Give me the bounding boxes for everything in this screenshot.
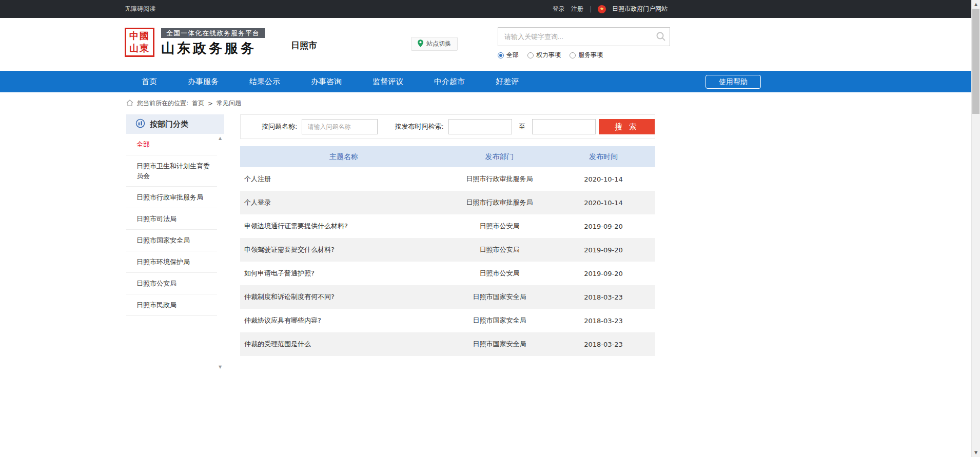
breadcrumb-current: 常见问题 — [217, 99, 241, 108]
cell-topic[interactable]: 申领驾驶证需要提交什么材料? — [240, 238, 447, 262]
department-sidebar: 按部门分类 全部 日照市卫生和计划生育委员会 日照市行政审批服务局 日照市司法局… — [126, 114, 224, 374]
cell-date: 2019-09-20 — [552, 262, 655, 285]
register-link[interactable]: 注册 — [571, 5, 583, 13]
sidebar-item-admin-approval[interactable]: 日照市行政审批服务局 — [126, 187, 217, 208]
cell-department: 日照市行政审批服务局 — [447, 167, 552, 191]
cell-department: 日照市公安局 — [447, 238, 552, 262]
cell-date: 2018-03-23 — [552, 332, 655, 356]
scrollbar-thumb[interactable] — [972, 9, 979, 114]
filter-search-button[interactable]: 搜 索 — [599, 119, 655, 134]
sidebar-item-public-security[interactable]: 日照市公安局 — [126, 273, 217, 294]
cell-date: 2019-09-20 — [552, 214, 655, 238]
cell-topic[interactable]: 个人注册 — [240, 167, 447, 191]
topbar-account-area: 登录 注册 | ★ 日照市政府门户网站 — [553, 5, 668, 13]
cell-department: 日照市国家安全局 — [447, 332, 552, 356]
date-to-input[interactable] — [532, 119, 596, 134]
radio-dot — [498, 52, 504, 58]
keyword-search-input[interactable] — [498, 27, 670, 46]
question-name-input[interactable] — [302, 119, 378, 134]
question-filter-panel: 按问题名称: 按发布时间检索: 至 搜 索 — [240, 114, 655, 139]
top-utility-bar: 无障碍阅读 登录 注册 | ★ 日照市政府门户网站 — [0, 0, 980, 18]
site-logo[interactable]: 中國山東 全国一体化在线政务服务平台 山东政务服务 — [125, 28, 265, 57]
sidebar-item-all[interactable]: 全部 — [126, 134, 217, 155]
site-switch-button[interactable]: 站点切换 — [411, 37, 458, 51]
header-date: 发布时间 — [552, 146, 655, 167]
nav-item-services[interactable]: 办事服务 — [172, 71, 234, 92]
cell-department: 日照市国家安全局 — [447, 309, 552, 332]
logo-text-block: 全国一体化在线政务服务平台 山东政务服务 — [161, 28, 265, 57]
header-department: 发布部门 — [447, 146, 552, 167]
sidebar-item-civil-affairs[interactable]: 日照市民政局 — [126, 294, 217, 316]
home-icon — [126, 100, 133, 108]
faq-table: 主题名称 发布部门 发布时间 个人注册 日照市行政审批服务局 2020-10-1… — [240, 146, 655, 356]
department-list: 全部 日照市卫生和计划生育委员会 日照市行政审批服务局 日照市司法局 日照市国家… — [126, 134, 224, 316]
brand-title: 山东政务服务 — [161, 39, 265, 57]
table-row[interactable]: 申领驾驶证需要提交什么材料? 日照市公安局 2019-09-20 — [240, 238, 655, 262]
sidebar-scrollbar[interactable]: ▲ ▼ — [218, 136, 223, 370]
city-name: 日照市 — [291, 39, 317, 51]
date-filter-label: 按发布时间检索: — [395, 122, 443, 131]
scroll-down-icon[interactable]: ▼ — [218, 365, 223, 370]
nav-item-consult[interactable]: 办事咨询 — [296, 71, 357, 92]
nav-item-intermediary[interactable]: 中介超市 — [419, 71, 480, 92]
login-link[interactable]: 登录 — [553, 5, 565, 13]
page-content: 按部门分类 全部 日照市卫生和计划生育委员会 日照市行政审批服务局 日照市司法局… — [126, 114, 980, 374]
radio-option-all[interactable]: 全部 — [498, 51, 519, 59]
department-category-icon — [135, 118, 145, 130]
radio-label: 服务事项 — [578, 51, 603, 59]
table-row[interactable]: 个人登录 日照市行政审批服务局 2020-10-14 — [240, 191, 655, 214]
cell-department: 日照市公安局 — [447, 262, 552, 285]
site-switch-label: 站点切换 — [426, 39, 451, 48]
cell-department: 日照市公安局 — [447, 214, 552, 238]
cell-topic[interactable]: 个人登录 — [240, 191, 447, 214]
date-from-input[interactable] — [448, 119, 512, 134]
scrollbar-down-icon[interactable]: ▼ — [972, 448, 980, 457]
radio-dot — [527, 52, 534, 58]
breadcrumb-home-link[interactable]: 首页 — [192, 99, 204, 108]
cell-topic[interactable]: 仲裁的受理范围是什么 — [240, 332, 447, 356]
table-row[interactable]: 仲裁协议应具有哪些内容? 日照市国家安全局 2018-03-23 — [240, 309, 655, 332]
main-panel: 按问题名称: 按发布时间检索: 至 搜 索 主题名称 发布部门 发布时间 个人注… — [240, 114, 655, 356]
sidebar-item-justice[interactable]: 日照市司法局 — [126, 208, 217, 230]
radio-option-power-items[interactable]: 权力事项 — [527, 51, 561, 59]
sidebar-item-state-security[interactable]: 日照市国家安全局 — [126, 230, 217, 251]
nav-item-home[interactable]: 首页 — [126, 71, 172, 92]
topbar-divider: | — [590, 6, 592, 13]
table-row[interactable]: 如何申请电子普通护照? 日照市公安局 2019-09-20 — [240, 262, 655, 285]
breadcrumb-separator: > — [208, 100, 213, 107]
breadcrumb: 您当前所在的位置: 首页 > 常见问题 — [126, 99, 980, 108]
header-topic: 主题名称 — [240, 146, 447, 167]
nav-item-supervision[interactable]: 监督评议 — [357, 71, 419, 92]
shandong-seal-icon: 中國山東 — [125, 28, 154, 57]
scroll-up-icon[interactable]: ▲ — [218, 136, 223, 141]
search-icon[interactable] — [656, 31, 666, 42]
site-header: 中國山東 全国一体化在线政务服务平台 山东政务服务 日照市 站点切换 — [0, 18, 980, 71]
table-row[interactable]: 仲裁制度和诉讼制度有何不同? 日照市国家安全局 2018-03-23 — [240, 285, 655, 309]
cell-topic[interactable]: 申领边境通行证需要提供什么材料? — [240, 214, 447, 238]
main-nav: 首页 办事服务 结果公示 办事咨询 监督评议 中介超市 好差评 使用帮助 — [0, 71, 980, 92]
help-button[interactable]: 使用帮助 — [705, 75, 761, 89]
table-row[interactable]: 仲裁的受理范围是什么 日照市国家安全局 2018-03-23 — [240, 332, 655, 356]
accessibility-link[interactable]: 无障碍阅读 — [125, 5, 155, 13]
platform-badge: 全国一体化在线政务服务平台 — [161, 28, 265, 38]
table-row[interactable]: 申领边境通行证需要提供什么材料? 日照市公安局 2019-09-20 — [240, 214, 655, 238]
sidebar-item-health-commission[interactable]: 日照市卫生和计划生育委员会 — [126, 155, 217, 187]
sidebar-header: 按部门分类 — [126, 114, 224, 134]
sidebar-item-environment[interactable]: 日照市环境保护局 — [126, 251, 217, 273]
scrollbar-up-icon[interactable]: ▲ — [972, 0, 980, 9]
cell-topic[interactable]: 仲裁协议应具有哪些内容? — [240, 309, 447, 332]
portal-site-link[interactable]: 日照市政府门户网站 — [612, 5, 668, 13]
breadcrumb-prefix: 您当前所在的位置: — [137, 99, 188, 108]
browser-scrollbar[interactable]: ▲ ▼ — [971, 0, 980, 457]
radio-option-service-items[interactable]: 服务事项 — [570, 51, 603, 59]
location-pin-icon — [418, 39, 423, 49]
cell-date: 2020-10-14 — [552, 167, 655, 191]
cell-date: 2018-03-23 — [552, 285, 655, 309]
cell-topic[interactable]: 如何申请电子普通护照? — [240, 262, 447, 285]
radio-dot — [570, 52, 576, 58]
date-to-label: 至 — [519, 122, 525, 131]
nav-item-results[interactable]: 结果公示 — [234, 71, 296, 92]
cell-topic[interactable]: 仲裁制度和诉讼制度有何不同? — [240, 285, 447, 309]
nav-item-rating[interactable]: 好差评 — [480, 71, 534, 92]
table-row[interactable]: 个人注册 日照市行政审批服务局 2020-10-14 — [240, 167, 655, 191]
